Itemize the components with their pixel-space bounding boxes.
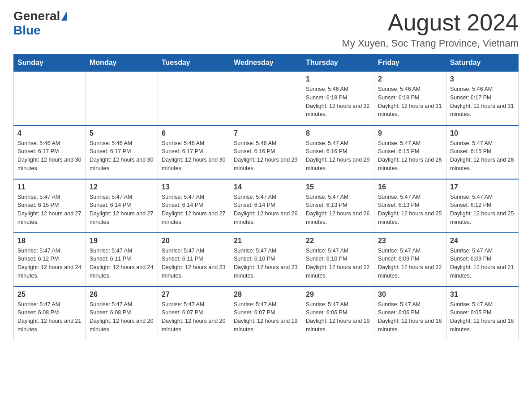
day-info: Sunrise: 5:47 AMSunset: 6:14 PMDaylight:…: [90, 193, 154, 227]
day-number: 23: [378, 237, 442, 245]
calendar-cell: 13Sunrise: 5:47 AMSunset: 6:14 PMDayligh…: [158, 179, 230, 233]
day-info: Sunrise: 5:47 AMSunset: 6:09 PMDaylight:…: [378, 247, 442, 280]
calendar-day-header: Saturday: [446, 54, 519, 72]
calendar-day-header: Tuesday: [158, 54, 230, 72]
day-info: Sunrise: 5:47 AMSunset: 6:08 PMDaylight:…: [90, 300, 154, 334]
calendar-cell: 29Sunrise: 5:47 AMSunset: 6:06 PMDayligh…: [302, 287, 374, 340]
day-info: Sunrise: 5:46 AMSunset: 6:16 PMDaylight:…: [234, 139, 298, 173]
day-number: 15: [306, 183, 370, 191]
calendar-cell: 15Sunrise: 5:47 AMSunset: 6:13 PMDayligh…: [302, 179, 374, 233]
day-number: 30: [378, 291, 442, 299]
calendar-cell: 5Sunrise: 5:46 AMSunset: 6:17 PMDaylight…: [86, 125, 158, 179]
day-number: 16: [378, 183, 442, 191]
day-info: Sunrise: 5:47 AMSunset: 6:07 PMDaylight:…: [162, 300, 226, 334]
calendar-week-row: 25Sunrise: 5:47 AMSunset: 6:08 PMDayligh…: [14, 287, 519, 340]
calendar-cell: 8Sunrise: 5:47 AMSunset: 6:16 PMDaylight…: [302, 125, 374, 179]
day-info: Sunrise: 5:47 AMSunset: 6:11 PMDaylight:…: [90, 247, 154, 280]
calendar-cell: 14Sunrise: 5:47 AMSunset: 6:14 PMDayligh…: [230, 179, 302, 233]
day-info: Sunrise: 5:47 AMSunset: 6:11 PMDaylight:…: [162, 247, 226, 280]
day-info: Sunrise: 5:47 AMSunset: 6:12 PMDaylight:…: [450, 193, 515, 227]
calendar-day-header: Friday: [374, 54, 446, 72]
day-info: Sunrise: 5:47 AMSunset: 6:06 PMDaylight:…: [306, 300, 370, 334]
calendar-cell: 16Sunrise: 5:47 AMSunset: 6:13 PMDayligh…: [374, 179, 446, 233]
calendar-cell: 21Sunrise: 5:47 AMSunset: 6:10 PMDayligh…: [230, 233, 302, 287]
calendar-cell: 23Sunrise: 5:47 AMSunset: 6:09 PMDayligh…: [374, 233, 446, 287]
day-number: 1: [306, 75, 370, 83]
day-info: Sunrise: 5:47 AMSunset: 6:13 PMDaylight:…: [378, 193, 442, 227]
calendar-cell: 9Sunrise: 5:47 AMSunset: 6:15 PMDaylight…: [374, 125, 446, 179]
calendar-day-header: Sunday: [14, 54, 86, 72]
calendar-cell: 3Sunrise: 5:46 AMSunset: 6:17 PMDaylight…: [446, 72, 519, 125]
day-number: 31: [450, 291, 515, 299]
calendar-day-header: Thursday: [302, 54, 374, 72]
calendar-cell: 26Sunrise: 5:47 AMSunset: 6:08 PMDayligh…: [86, 287, 158, 340]
calendar-cell: 4Sunrise: 5:46 AMSunset: 6:17 PMDaylight…: [14, 125, 86, 179]
logo-blue-text: Blue: [13, 23, 41, 37]
page-header: General Blue August 2024 My Xuyen, Soc T…: [13, 9, 519, 49]
calendar-cell: 1Sunrise: 5:46 AMSunset: 6:18 PMDaylight…: [302, 72, 374, 125]
calendar-header-row: SundayMondayTuesdayWednesdayThursdayFrid…: [14, 54, 519, 72]
day-number: 24: [450, 237, 515, 245]
day-number: 2: [378, 75, 442, 83]
day-number: 6: [162, 129, 226, 137]
day-number: 17: [450, 183, 515, 191]
day-info: Sunrise: 5:47 AMSunset: 6:06 PMDaylight:…: [378, 300, 442, 334]
calendar-cell: 2Sunrise: 5:46 AMSunset: 6:18 PMDaylight…: [374, 72, 446, 125]
calendar-cell: 10Sunrise: 5:47 AMSunset: 6:15 PMDayligh…: [446, 125, 519, 179]
day-number: 28: [234, 291, 298, 299]
day-info: Sunrise: 5:47 AMSunset: 6:16 PMDaylight:…: [306, 139, 370, 173]
calendar-day-header: Monday: [86, 54, 158, 72]
day-number: 27: [162, 291, 226, 299]
day-info: Sunrise: 5:47 AMSunset: 6:12 PMDaylight:…: [17, 247, 82, 280]
day-number: 10: [450, 129, 515, 137]
calendar-cell: 12Sunrise: 5:47 AMSunset: 6:14 PMDayligh…: [86, 179, 158, 233]
title-block: August 2024 My Xuyen, Soc Trang Province…: [342, 9, 519, 49]
day-info: Sunrise: 5:47 AMSunset: 6:05 PMDaylight:…: [450, 300, 515, 334]
location-subtitle: My Xuyen, Soc Trang Province, Vietnam: [342, 38, 519, 49]
day-number: 14: [234, 183, 298, 191]
logo: General Blue: [13, 9, 68, 38]
calendar-cell: 17Sunrise: 5:47 AMSunset: 6:12 PMDayligh…: [446, 179, 519, 233]
day-info: Sunrise: 5:46 AMSunset: 6:17 PMDaylight:…: [450, 85, 515, 119]
calendar-cell: 24Sunrise: 5:47 AMSunset: 6:09 PMDayligh…: [446, 233, 519, 287]
day-number: 29: [306, 291, 370, 299]
calendar-cell: [14, 72, 86, 125]
day-number: 26: [90, 291, 154, 299]
day-number: 25: [17, 291, 82, 299]
calendar-cell: 31Sunrise: 5:47 AMSunset: 6:05 PMDayligh…: [446, 287, 519, 340]
calendar-cell: [86, 72, 158, 125]
day-number: 12: [90, 183, 154, 191]
day-info: Sunrise: 5:46 AMSunset: 6:17 PMDaylight:…: [90, 139, 154, 173]
day-info: Sunrise: 5:47 AMSunset: 6:13 PMDaylight:…: [306, 193, 370, 227]
day-info: Sunrise: 5:47 AMSunset: 6:15 PMDaylight:…: [378, 139, 442, 173]
calendar-cell: 27Sunrise: 5:47 AMSunset: 6:07 PMDayligh…: [158, 287, 230, 340]
day-info: Sunrise: 5:47 AMSunset: 6:08 PMDaylight:…: [17, 300, 82, 334]
day-info: Sunrise: 5:47 AMSunset: 6:14 PMDaylight:…: [162, 193, 226, 227]
day-number: 21: [234, 237, 298, 245]
calendar-cell: 19Sunrise: 5:47 AMSunset: 6:11 PMDayligh…: [86, 233, 158, 287]
day-info: Sunrise: 5:47 AMSunset: 6:09 PMDaylight:…: [450, 247, 515, 280]
day-info: Sunrise: 5:47 AMSunset: 6:07 PMDaylight:…: [234, 300, 298, 334]
calendar-cell: 18Sunrise: 5:47 AMSunset: 6:12 PMDayligh…: [14, 233, 86, 287]
day-number: 3: [450, 75, 515, 83]
day-number: 7: [234, 129, 298, 137]
logo-triangle-icon: [61, 12, 67, 21]
calendar-cell: 6Sunrise: 5:46 AMSunset: 6:17 PMDaylight…: [158, 125, 230, 179]
calendar-cell: 7Sunrise: 5:46 AMSunset: 6:16 PMDaylight…: [230, 125, 302, 179]
calendar-week-row: 11Sunrise: 5:47 AMSunset: 6:15 PMDayligh…: [14, 179, 519, 233]
day-number: 4: [17, 129, 82, 137]
day-number: 19: [90, 237, 154, 245]
day-info: Sunrise: 5:46 AMSunset: 6:18 PMDaylight:…: [378, 85, 442, 119]
day-info: Sunrise: 5:47 AMSunset: 6:10 PMDaylight:…: [306, 247, 370, 280]
calendar-week-row: 4Sunrise: 5:46 AMSunset: 6:17 PMDaylight…: [14, 125, 519, 179]
calendar-cell: 22Sunrise: 5:47 AMSunset: 6:10 PMDayligh…: [302, 233, 374, 287]
logo-general-text: General: [13, 9, 60, 23]
day-info: Sunrise: 5:46 AMSunset: 6:18 PMDaylight:…: [306, 85, 370, 119]
month-year-title: August 2024: [342, 9, 519, 36]
day-number: 5: [90, 129, 154, 137]
day-info: Sunrise: 5:46 AMSunset: 6:17 PMDaylight:…: [162, 139, 226, 173]
calendar-cell: [158, 72, 230, 125]
day-info: Sunrise: 5:47 AMSunset: 6:15 PMDaylight:…: [450, 139, 515, 173]
calendar-day-header: Wednesday: [230, 54, 302, 72]
day-number: 20: [162, 237, 226, 245]
